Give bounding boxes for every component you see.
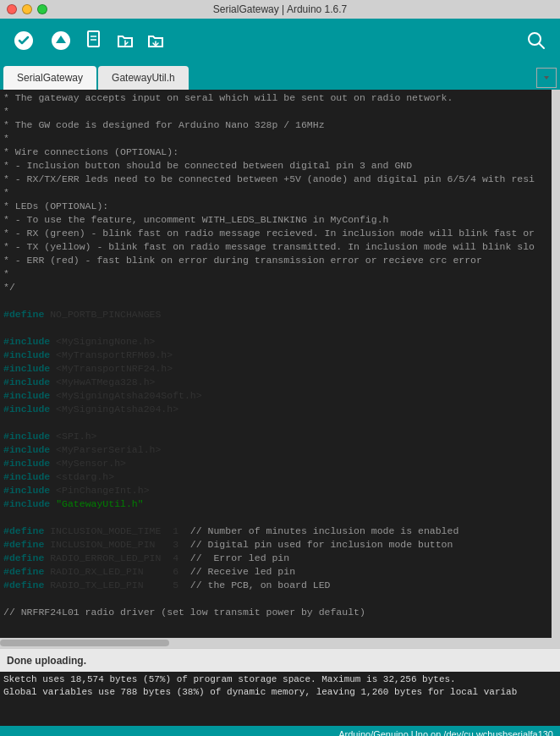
code-content: * The gateway accepts input on seral whi…: [0, 90, 552, 638]
svg-rect-3: [88, 31, 99, 47]
maximize-button[interactable]: [37, 4, 47, 14]
tabs-bar: SerialGateway GatewayUtil.h: [0, 63, 560, 90]
close-button[interactable]: [7, 4, 17, 14]
search-button[interactable]: [519, 25, 553, 56]
upload-button[interactable]: [44, 25, 78, 56]
editor-vertical-scrollbar[interactable]: [552, 90, 560, 638]
bottom-bar: Arduino/Genuino Uno on /dev/cu.wchusbser…: [0, 726, 560, 736]
save-button[interactable]: [142, 25, 169, 56]
toolbar: [0, 19, 560, 63]
window-title: SerialGateway | Arduino 1.6.7: [213, 3, 348, 15]
minimize-button[interactable]: [22, 4, 32, 14]
verify-button[interactable]: [7, 25, 41, 56]
editor-horizontal-scrollbar[interactable]: [0, 638, 560, 648]
toolbar-right: [519, 25, 553, 56]
open-button[interactable]: [112, 25, 139, 56]
console-output: Sketch uses 18,574 bytes (57%) of progra…: [3, 673, 557, 699]
window-controls: [7, 4, 47, 14]
scrollbar-thumb[interactable]: [0, 640, 169, 646]
title-bar: SerialGateway | Arduino 1.6.7: [0, 0, 560, 19]
svg-marker-8: [544, 76, 549, 80]
scrollbar-track: [0, 640, 560, 646]
new-button[interactable]: [81, 25, 108, 56]
console-area: Sketch uses 18,574 bytes (57%) of progra…: [0, 672, 560, 726]
code-editor[interactable]: * The gateway accepts input on seral whi…: [0, 90, 552, 638]
svg-line-7: [539, 43, 544, 48]
board-port-status: Arduino/Genuino Uno on /dev/cu.wchusbser…: [338, 729, 553, 736]
upload-status: Done uploading.: [7, 655, 86, 667]
tab-dropdown[interactable]: [536, 68, 557, 88]
editor-wrapper: * The gateway accepts input on seral whi…: [0, 90, 560, 638]
status-area: Done uploading.: [0, 648, 560, 672]
tab-serial-gateway[interactable]: SerialGateway: [3, 66, 96, 90]
tab-gateway-util[interactable]: GatewayUtil.h: [98, 66, 189, 90]
